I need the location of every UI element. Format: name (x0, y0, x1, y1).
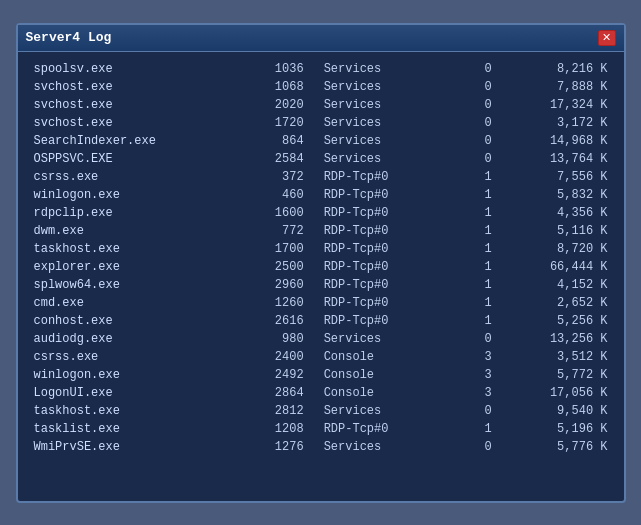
process-name: spoolsv.exe (28, 60, 231, 78)
session-num: 0 (454, 132, 497, 150)
process-name: taskhost.exe (28, 402, 231, 420)
table-row: audiodg.exe 980 Services 0 13,256 K (28, 330, 614, 348)
session-num: 0 (454, 330, 497, 348)
session: Services (310, 78, 455, 96)
session: Services (310, 438, 455, 456)
memory: 5,256 K (498, 312, 614, 330)
process-name: winlogon.exe (28, 186, 231, 204)
session: RDP-Tcp#0 (310, 222, 455, 240)
table-row: tasklist.exe 1208 RDP-Tcp#0 1 5,196 K (28, 420, 614, 438)
memory: 3,512 K (498, 348, 614, 366)
process-name: conhost.exe (28, 312, 231, 330)
pid: 1036 (230, 60, 310, 78)
memory: 13,256 K (498, 330, 614, 348)
process-name: splwow64.exe (28, 276, 231, 294)
process-name: LogonUI.exe (28, 384, 231, 402)
session: Services (310, 330, 455, 348)
process-name: svchost.exe (28, 96, 231, 114)
table-row: csrss.exe 2400 Console 3 3,512 K (28, 348, 614, 366)
pid: 1720 (230, 114, 310, 132)
table-row: svchost.exe 2020 Services 0 17,324 K (28, 96, 614, 114)
session-num: 0 (454, 114, 497, 132)
session-num: 0 (454, 402, 497, 420)
server-log-window: Server4 Log ✕ spoolsv.exe 1036 Services … (16, 23, 626, 503)
memory: 7,888 K (498, 78, 614, 96)
pid: 1276 (230, 438, 310, 456)
process-name: winlogon.exe (28, 366, 231, 384)
memory: 17,056 K (498, 384, 614, 402)
pid: 2960 (230, 276, 310, 294)
table-row: explorer.exe 2500 RDP-Tcp#0 1 66,444 K (28, 258, 614, 276)
session: RDP-Tcp#0 (310, 276, 455, 294)
pid: 1260 (230, 294, 310, 312)
table-row: dwm.exe 772 RDP-Tcp#0 1 5,116 K (28, 222, 614, 240)
memory: 5,196 K (498, 420, 614, 438)
pid: 2584 (230, 150, 310, 168)
process-name: SearchIndexer.exe (28, 132, 231, 150)
pid: 2400 (230, 348, 310, 366)
pid: 1208 (230, 420, 310, 438)
process-name: WmiPrvSE.exe (28, 438, 231, 456)
memory: 4,356 K (498, 204, 614, 222)
process-name: OSPPSVC.EXE (28, 150, 231, 168)
table-row: csrss.exe 372 RDP-Tcp#0 1 7,556 K (28, 168, 614, 186)
session-num: 1 (454, 420, 497, 438)
session-num: 3 (454, 384, 497, 402)
session: Services (310, 96, 455, 114)
session-num: 1 (454, 204, 497, 222)
session-num: 0 (454, 150, 497, 168)
table-row: LogonUI.exe 2864 Console 3 17,056 K (28, 384, 614, 402)
pid: 2616 (230, 312, 310, 330)
window-title: Server4 Log (26, 30, 112, 45)
session: RDP-Tcp#0 (310, 312, 455, 330)
pid: 372 (230, 168, 310, 186)
table-row: SearchIndexer.exe 864 Services 0 14,968 … (28, 132, 614, 150)
memory: 17,324 K (498, 96, 614, 114)
pid: 980 (230, 330, 310, 348)
session: Services (310, 114, 455, 132)
close-button[interactable]: ✕ (598, 30, 616, 46)
memory: 2,652 K (498, 294, 614, 312)
session: Console (310, 366, 455, 384)
table-row: svchost.exe 1068 Services 0 7,888 K (28, 78, 614, 96)
title-bar: Server4 Log ✕ (18, 25, 624, 52)
process-name: explorer.exe (28, 258, 231, 276)
session: RDP-Tcp#0 (310, 240, 455, 258)
session: RDP-Tcp#0 (310, 258, 455, 276)
session: Console (310, 384, 455, 402)
memory: 5,832 K (498, 186, 614, 204)
table-row: winlogon.exe 460 RDP-Tcp#0 1 5,832 K (28, 186, 614, 204)
session-num: 1 (454, 276, 497, 294)
session-num: 0 (454, 78, 497, 96)
session-num: 1 (454, 186, 497, 204)
pid: 1700 (230, 240, 310, 258)
session: Services (310, 132, 455, 150)
table-row: rdpclip.exe 1600 RDP-Tcp#0 1 4,356 K (28, 204, 614, 222)
memory: 3,172 K (498, 114, 614, 132)
session-num: 0 (454, 96, 497, 114)
process-name: csrss.exe (28, 348, 231, 366)
session-num: 1 (454, 240, 497, 258)
session-num: 0 (454, 60, 497, 78)
table-row: WmiPrvSE.exe 1276 Services 0 5,776 K (28, 438, 614, 456)
process-table: spoolsv.exe 1036 Services 0 8,216 K svch… (28, 60, 614, 456)
pid: 2500 (230, 258, 310, 276)
log-content: spoolsv.exe 1036 Services 0 8,216 K svch… (18, 52, 624, 464)
pid: 864 (230, 132, 310, 150)
table-row: OSPPSVC.EXE 2584 Services 0 13,764 K (28, 150, 614, 168)
process-name: rdpclip.exe (28, 204, 231, 222)
memory: 5,116 K (498, 222, 614, 240)
process-name: audiodg.exe (28, 330, 231, 348)
memory: 14,968 K (498, 132, 614, 150)
memory: 7,556 K (498, 168, 614, 186)
session: RDP-Tcp#0 (310, 186, 455, 204)
session: Console (310, 348, 455, 366)
pid: 2020 (230, 96, 310, 114)
memory: 8,720 K (498, 240, 614, 258)
table-row: taskhost.exe 2812 Services 0 9,540 K (28, 402, 614, 420)
process-name: csrss.exe (28, 168, 231, 186)
process-name: dwm.exe (28, 222, 231, 240)
memory: 9,540 K (498, 402, 614, 420)
table-row: spoolsv.exe 1036 Services 0 8,216 K (28, 60, 614, 78)
table-row: cmd.exe 1260 RDP-Tcp#0 1 2,652 K (28, 294, 614, 312)
